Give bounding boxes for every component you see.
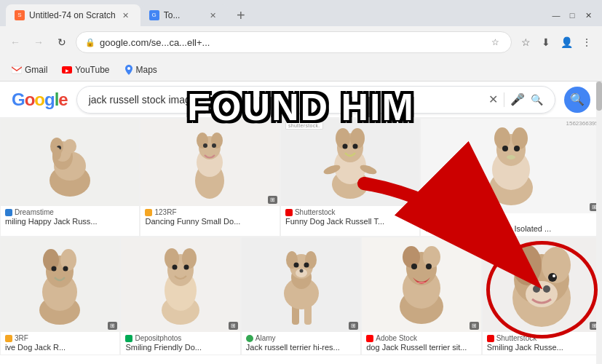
image-cell-adobe[interactable]: ⊞ Adobe Stock dog Jack Russell terrier s… bbox=[361, 237, 481, 355]
bookmark-maps[interactable]: Maps bbox=[119, 63, 163, 76]
minimize-button[interactable]: — bbox=[551, 10, 561, 20]
profile-icon[interactable]: 👤 bbox=[557, 33, 576, 52]
svg-point-58 bbox=[300, 269, 304, 273]
cell-info-1: Dreamstime miling Happy Jack Russ... bbox=[1, 206, 139, 229]
google-search-input[interactable]: jack russell stock image ✕ 🎤 🔍 bbox=[76, 86, 555, 114]
image-thumbnail-4: 1562366395 ⊞ bbox=[421, 119, 601, 213]
source-name-7: Alamy bbox=[256, 334, 276, 342]
cell-info-4: Shutterstock Jack Russell Terrier Dog Is… bbox=[421, 213, 601, 236]
svg-point-71 bbox=[548, 273, 557, 282]
forward-button[interactable]: → bbox=[29, 33, 48, 52]
source-row-8: Adobe Stock bbox=[366, 334, 476, 342]
cell-info-2: 123RF Dancing Funny Small Do... bbox=[140, 206, 279, 229]
scrollbar-thumb[interactable] bbox=[596, 82, 602, 111]
svg-point-15 bbox=[203, 143, 207, 148]
source-row-5: 3RF bbox=[5, 334, 115, 342]
cell-title-8: dog Jack Russell terrier sit... bbox=[366, 343, 476, 352]
svg-point-30 bbox=[512, 127, 528, 149]
svg-point-32 bbox=[514, 146, 520, 151]
dog-svg-9 bbox=[502, 240, 582, 331]
svg-point-46 bbox=[172, 265, 177, 270]
mic-icon[interactable]: 🎤 bbox=[510, 92, 525, 106]
search-by-image-icon[interactable]: 🔍 bbox=[531, 94, 543, 106]
source-name-2: 123RF bbox=[154, 208, 176, 216]
svg-point-16 bbox=[212, 143, 216, 148]
dog-svg-3 bbox=[317, 122, 383, 202]
source-name-4: Shutterstock bbox=[435, 215, 475, 223]
image-cell-alamy[interactable]: ⊞ Alamy Jack russell terrier hi-res... bbox=[241, 237, 361, 355]
image-thumbnail-8: ⊞ bbox=[362, 237, 480, 332]
image-thumbnail-1 bbox=[1, 119, 139, 206]
source-name-6: Depositphotos bbox=[135, 334, 181, 342]
tab2-close-icon[interactable]: ✕ bbox=[207, 9, 219, 21]
new-tab-button[interactable]: + bbox=[231, 5, 251, 25]
bookmark-star-icon[interactable]: ☆ bbox=[488, 35, 502, 50]
image-thumbnail-3: shutterstock. ⊞ bbox=[281, 119, 419, 206]
tab-second[interactable]: G To... ✕ bbox=[140, 4, 228, 26]
address-bar: ← → ↻ 🔒 google.com/se...ca...ell+... ☆ ☆… bbox=[0, 26, 602, 58]
cell-title-4: Jack Russell Terrier Dog Isolated ... bbox=[425, 224, 597, 233]
svg-point-75 bbox=[533, 285, 540, 293]
svg-point-23 bbox=[353, 144, 358, 149]
image-thumbnail-9: ⊞ bbox=[483, 237, 601, 332]
source-name-1: Dreamstime bbox=[15, 208, 54, 216]
source-row-7: Alamy bbox=[246, 334, 356, 342]
scrollbar-track[interactable] bbox=[596, 82, 602, 364]
bookmark-youtube[interactable]: YouTube bbox=[56, 63, 115, 76]
svg-point-64 bbox=[411, 264, 417, 269]
cell-info-9: Shutterstock Smiling Jack Russe... bbox=[483, 332, 601, 355]
cell-info-6: Depositphotos Smiling Friendly Do... bbox=[121, 332, 239, 355]
size-badge-5: ⊞ bbox=[108, 322, 117, 330]
tab-close-icon[interactable]: ✕ bbox=[120, 9, 132, 21]
size-badge-8: ⊞ bbox=[470, 322, 479, 330]
svg-point-22 bbox=[343, 144, 348, 149]
source-name-5: 3RF bbox=[15, 334, 28, 342]
reload-button[interactable]: ↻ bbox=[52, 33, 71, 52]
size-badge-6: ⊞ bbox=[229, 322, 238, 330]
maximize-button[interactable]: □ bbox=[567, 10, 577, 20]
cell-title-3: Funny Dog Jack Russell T... bbox=[285, 217, 415, 226]
close-button[interactable]: ✕ bbox=[583, 10, 593, 20]
download-icon[interactable]: ⬇ bbox=[536, 33, 555, 52]
bookmarks-bar: Gmail YouTube Maps bbox=[0, 58, 602, 82]
source-dot-5 bbox=[5, 335, 12, 342]
cell-title-5: ive Dog Jack R... bbox=[5, 343, 115, 352]
svg-point-55 bbox=[294, 263, 299, 268]
image-cell-shutterstock1[interactable]: shutterstock. ⊞ bbox=[280, 118, 420, 237]
url-text: google.com/se...ca...ell+... bbox=[100, 37, 483, 48]
svg-point-47 bbox=[183, 265, 189, 270]
bookmark-gmail[interactable]: Gmail bbox=[6, 63, 53, 76]
size-badge-3: ⊞ bbox=[408, 196, 417, 204]
url-bar[interactable]: 🔒 google.com/se...ca...ell+... ☆ bbox=[76, 31, 512, 53]
image-cell-target[interactable]: ⊞ Shutterstock Smiling Jack Russe... bbox=[482, 237, 602, 355]
bookmark-icon[interactable]: ☆ bbox=[516, 33, 535, 52]
youtube-label: YouTube bbox=[75, 65, 109, 75]
dog-svg-5 bbox=[29, 241, 91, 328]
image-cell-depositphotos[interactable]: ⊞ Depositphotos Smiling Friendly Do... bbox=[120, 237, 240, 355]
tab-favicon: S bbox=[15, 10, 25, 20]
source-dot-7 bbox=[246, 335, 253, 342]
image-cell-3rf[interactable]: ⊞ 3RF ive Dog Jack R... bbox=[0, 237, 120, 355]
image-cell-dreamstime[interactable]: Dreamstime miling Happy Jack Russ... bbox=[0, 118, 140, 237]
cell-title-2: Dancing Funny Small Do... bbox=[145, 217, 274, 226]
source-dot-8 bbox=[366, 335, 373, 342]
cell-info-3: Shutterstock Funny Dog Jack Russell T... bbox=[281, 206, 419, 229]
cell-title-9: Smiling Jack Russe... bbox=[487, 343, 597, 352]
source-dot-3 bbox=[285, 209, 293, 216]
gmail-icon bbox=[12, 65, 22, 75]
search-button[interactable]: 🔍 bbox=[564, 87, 590, 113]
menu-icon[interactable]: ⋮ bbox=[577, 33, 596, 52]
tab-active[interactable]: S Untitled-74 on Scratch ✕ bbox=[6, 4, 140, 26]
tab2-favicon: G bbox=[149, 10, 159, 20]
search-clear-icon[interactable]: ✕ bbox=[488, 92, 498, 106]
svg-point-56 bbox=[304, 263, 309, 268]
image-cell-123rf[interactable]: ⊞ 123RF Dancing Funny Small Do... bbox=[140, 118, 280, 237]
source-dot-2 bbox=[145, 209, 152, 216]
source-row-6: Depositphotos bbox=[125, 334, 235, 342]
svg-point-63 bbox=[423, 246, 440, 268]
google-header: Google jack russell stock image ✕ 🎤 🔍 🔍 bbox=[0, 82, 602, 118]
google-logo: Google bbox=[12, 90, 68, 110]
back-button[interactable]: ← bbox=[6, 33, 25, 52]
svg-point-65 bbox=[426, 264, 432, 269]
image-cell-shutterstock2[interactable]: 1562366395 ⊞ bbox=[420, 118, 602, 237]
